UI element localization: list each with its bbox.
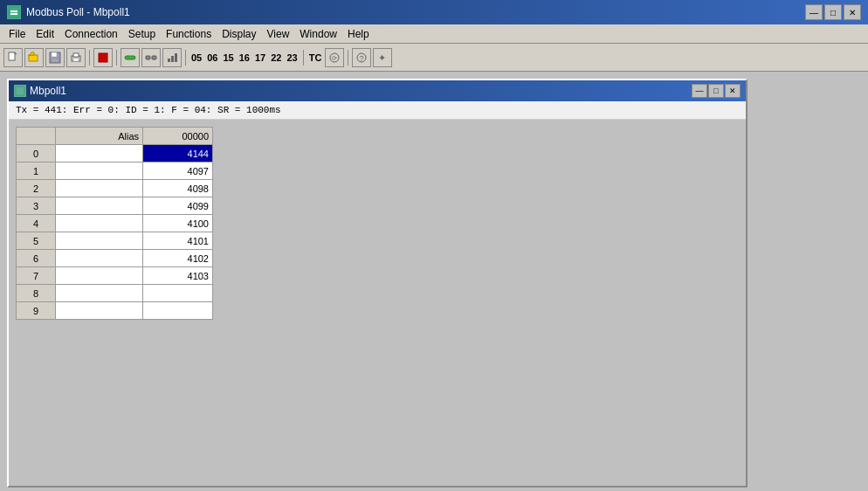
svg-marker-7	[29, 52, 34, 56]
table-row[interactable]: 04144	[17, 145, 213, 163]
toolbar-label-tc: TC	[307, 52, 324, 63]
row-alias	[56, 215, 143, 232]
row-alias	[56, 145, 143, 163]
row-alias	[56, 267, 143, 285]
separator-4	[303, 50, 304, 66]
svg-rect-13	[73, 59, 79, 61]
close-button[interactable]: ✕	[844, 4, 861, 20]
toolbar-label-22: 22	[269, 52, 283, 63]
toolbar-label-06: 06	[205, 52, 219, 63]
inner-minimize-button[interactable]: —	[692, 84, 707, 98]
disconnect-button[interactable]	[141, 48, 161, 67]
maximize-button[interactable]: □	[824, 4, 842, 20]
app-icon	[7, 5, 21, 19]
about-button[interactable]: ✦	[373, 48, 392, 67]
inner-title-bar: Mbpoll1 — □ ✕	[9, 80, 746, 101]
row-alias	[56, 163, 143, 180]
toolbar-label-16: 16	[238, 52, 251, 63]
row-alias	[56, 285, 143, 302]
row-value[interactable]: 4098	[143, 180, 213, 197]
row-value[interactable]: 4101	[143, 232, 213, 250]
row-index: 0	[17, 145, 56, 163]
menu-edit[interactable]: Edit	[31, 26, 59, 42]
menu-connection[interactable]: Connection	[59, 26, 123, 42]
row-index: 2	[17, 180, 56, 197]
menu-window[interactable]: Window	[294, 26, 342, 42]
row-alias	[56, 232, 143, 250]
row-index: 4	[17, 215, 56, 232]
svg-rect-1	[10, 10, 17, 12]
menu-setup[interactable]: Setup	[123, 26, 161, 42]
svg-rect-6	[29, 55, 38, 61]
table-body: 0414414097240983409944100541016410274103…	[17, 145, 213, 320]
row-value[interactable]	[143, 285, 213, 302]
row-value[interactable]	[143, 302, 213, 320]
data-table: Alias 00000 0414414097240983409944100541…	[16, 127, 213, 320]
svg-rect-12	[73, 53, 79, 57]
row-index: 3	[17, 197, 56, 215]
save-button[interactable]	[45, 48, 65, 67]
row-alias	[56, 302, 143, 320]
main-area: Mbpoll1 — □ ✕ Tx = 441: Err = 0: ID = 1:…	[0, 72, 868, 491]
open-button[interactable]	[24, 48, 44, 67]
row-index: 1	[17, 163, 56, 180]
table-container: Alias 00000 0414414097240983409944100541…	[9, 120, 746, 486]
svg-rect-9	[52, 52, 57, 57]
menu-view[interactable]: View	[262, 26, 295, 42]
row-alias	[56, 197, 143, 215]
row-value[interactable]: 4102	[143, 250, 213, 267]
row-index: 8	[17, 285, 56, 302]
row-value[interactable]: 4100	[143, 215, 213, 232]
stop-button[interactable]	[93, 48, 113, 67]
menu-display[interactable]: Display	[217, 26, 261, 42]
row-index: 6	[17, 250, 56, 267]
header-alias: Alias	[56, 128, 143, 145]
separator-3	[185, 50, 186, 66]
menu-functions[interactable]: Functions	[161, 26, 217, 42]
svg-rect-10	[52, 59, 59, 62]
row-value[interactable]: 4097	[143, 163, 213, 180]
connect-button[interactable]	[121, 48, 140, 67]
table-row[interactable]: 24098	[17, 180, 213, 197]
toolbar-label-17: 17	[253, 52, 267, 63]
print-button[interactable]	[66, 48, 86, 67]
inner-window-controls: — □ ✕	[692, 84, 741, 98]
table-row[interactable]: 54101	[17, 232, 213, 250]
row-value[interactable]: 4144	[143, 145, 213, 163]
svg-rect-17	[152, 56, 156, 59]
help-button[interactable]: ?	[352, 48, 371, 67]
separator-2	[116, 50, 117, 66]
svg-rect-2	[10, 13, 17, 15]
toolbar-label-15: 15	[222, 52, 236, 63]
row-alias	[56, 180, 143, 197]
table-row[interactable]: 9	[17, 302, 213, 320]
table-row[interactable]: 34099	[17, 197, 213, 215]
signal-button[interactable]	[162, 48, 182, 67]
table-row[interactable]: 64102	[17, 250, 213, 267]
table-row[interactable]: 74103	[17, 267, 213, 285]
svg-rect-14	[99, 53, 107, 62]
toolbar-label-05: 05	[189, 52, 203, 63]
menu-help[interactable]: Help	[342, 26, 375, 42]
table-header-row: Alias 00000	[17, 128, 213, 145]
inner-window-title: Mbpoll1	[30, 85, 66, 97]
svg-rect-3	[9, 52, 15, 60]
table-row[interactable]: 8	[17, 285, 213, 302]
toolbar: 05 06 15 16 17 22 23 TC ⟳ ? ✦	[0, 44, 868, 72]
inner-close-button[interactable]: ✕	[725, 84, 741, 98]
inner-maximize-button[interactable]: □	[708, 84, 724, 98]
row-value[interactable]: 4103	[143, 267, 213, 285]
svg-rect-16	[146, 56, 150, 59]
minimize-button[interactable]: —	[805, 4, 823, 20]
menu-file[interactable]: File	[3, 26, 31, 42]
toolbar-label-23: 23	[286, 52, 300, 63]
svg-rect-15	[125, 56, 135, 59]
app-title: Modbus Poll - Mbpoll1	[26, 6, 130, 18]
svg-text:⟳: ⟳	[332, 55, 337, 61]
table-row[interactable]: 14097	[17, 163, 213, 180]
table-row[interactable]: 44100	[17, 215, 213, 232]
new-button[interactable]	[3, 48, 23, 67]
tc-icon-button[interactable]: ⟳	[325, 48, 344, 67]
row-value[interactable]: 4099	[143, 197, 213, 215]
title-bar: Modbus Poll - Mbpoll1 — □ ✕	[0, 0, 868, 24]
